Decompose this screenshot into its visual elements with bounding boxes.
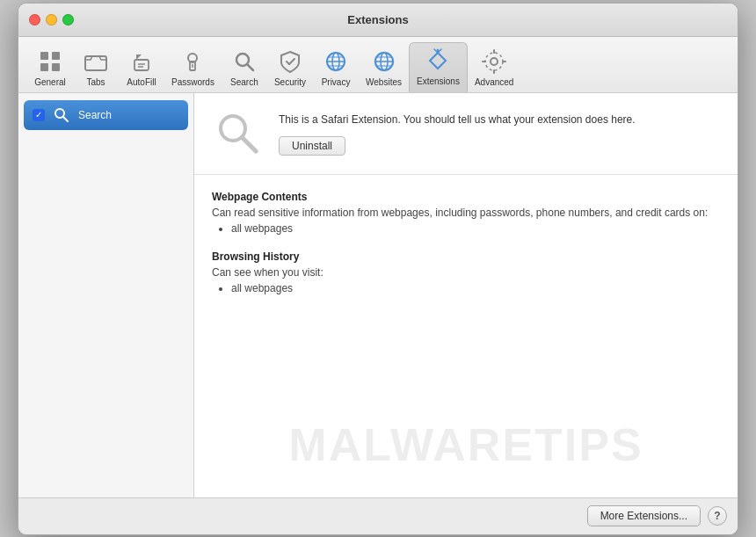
- tabs-label: Tabs: [86, 77, 105, 87]
- titlebar: Extensions: [18, 4, 738, 37]
- passwords-label: Passwords: [171, 77, 214, 87]
- webpage-contents-desc: Can read sensitive information from webp…: [212, 207, 720, 219]
- svg-line-14: [289, 59, 294, 64]
- sidebar-search-label: Search: [78, 109, 112, 121]
- uninstall-button[interactable]: Uninstall: [279, 136, 345, 156]
- websites-label: Websites: [366, 77, 402, 87]
- sidebar-search-icon: [52, 105, 71, 125]
- extensions-label: Extensions: [417, 76, 460, 86]
- browsing-history-list: all webpages: [212, 282, 720, 294]
- extension-description: This is a Safari Extension. You should t…: [279, 112, 720, 127]
- svg-rect-3: [52, 63, 60, 71]
- svg-line-38: [243, 138, 256, 151]
- general-icon: [36, 47, 64, 76]
- toolbar-item-websites[interactable]: Websites: [359, 44, 409, 92]
- extension-info: This is a Safari Extension. You should t…: [279, 112, 720, 156]
- svg-point-30: [485, 53, 503, 70]
- toolbar-item-tabs[interactable]: Tabs: [73, 44, 119, 92]
- passwords-icon: [178, 47, 207, 76]
- toolbar-item-general[interactable]: General: [27, 44, 73, 92]
- svg-point-29: [491, 58, 498, 65]
- traffic-lights: [29, 14, 74, 25]
- advanced-label: Advanced: [475, 77, 513, 87]
- toolbar-item-advanced[interactable]: Advanced: [468, 44, 520, 92]
- svg-rect-2: [52, 52, 60, 60]
- browsing-history-desc: Can see when you visit:: [212, 266, 720, 279]
- extensions-icon: [424, 47, 452, 75]
- content-area: ✓ Search MALWARETIPS: [18, 93, 738, 497]
- window-title: Extensions: [347, 13, 408, 26]
- extension-icon: [212, 107, 265, 160]
- extension-header: This is a Safari Extension. You should t…: [194, 93, 738, 175]
- extension-checkbox[interactable]: ✓: [33, 109, 45, 121]
- footer: More Extensions... ?: [18, 497, 738, 534]
- advanced-icon: [480, 47, 508, 76]
- autofill-icon: [127, 47, 156, 76]
- svg-rect-1: [40, 63, 48, 71]
- search-label: Search: [230, 77, 258, 87]
- webpage-contents-item: all webpages: [231, 222, 720, 235]
- extension-details: Webpage Contents Can read sensitive info…: [194, 175, 738, 497]
- browsing-history-item: all webpages: [231, 282, 720, 294]
- browsing-history-section: Browsing History Can see when you visit:…: [212, 250, 720, 294]
- general-label: General: [34, 77, 66, 87]
- toolbar-item-autofill[interactable]: AutoFill: [119, 44, 164, 92]
- tabs-icon: [82, 47, 110, 76]
- search-toolbar-icon: [230, 47, 258, 76]
- autofill-label: AutoFill: [127, 77, 156, 87]
- svg-line-12: [247, 64, 253, 70]
- help-button[interactable]: ?: [708, 506, 727, 526]
- webpage-contents-title: Webpage Contents: [212, 191, 720, 203]
- sidebar-item-search[interactable]: ✓ Search: [24, 100, 188, 130]
- websites-icon: [370, 47, 398, 76]
- toolbar: General Tabs AutoFill: [18, 37, 738, 93]
- more-extensions-button[interactable]: More Extensions...: [587, 505, 701, 526]
- minimize-button[interactable]: [46, 14, 57, 25]
- privacy-label: Privacy: [322, 77, 351, 87]
- webpage-contents-section: Webpage Contents Can read sensitive info…: [212, 191, 720, 235]
- sidebar: ✓ Search: [18, 93, 194, 497]
- svg-rect-4: [85, 56, 106, 70]
- privacy-icon: [322, 47, 350, 76]
- svg-rect-5: [134, 60, 149, 70]
- security-icon: [276, 47, 304, 76]
- svg-rect-0: [40, 52, 48, 60]
- svg-line-36: [63, 117, 68, 121]
- safari-preferences-window: Extensions General Tabs: [18, 3, 738, 535]
- security-label: Security: [274, 77, 306, 87]
- toolbar-item-passwords[interactable]: Passwords: [164, 44, 222, 92]
- toolbar-item-privacy[interactable]: Privacy: [313, 44, 359, 92]
- maximize-button[interactable]: [62, 14, 74, 25]
- toolbar-item-extensions[interactable]: Extensions: [409, 42, 468, 92]
- webpage-contents-list: all webpages: [212, 222, 720, 235]
- browsing-history-title: Browsing History: [212, 250, 720, 263]
- toolbar-item-search[interactable]: Search: [222, 44, 267, 92]
- toolbar-item-security[interactable]: Security: [267, 44, 313, 92]
- close-button[interactable]: [29, 14, 40, 25]
- main-panel: MALWARETIPS This is a Safari Extension. …: [194, 93, 738, 497]
